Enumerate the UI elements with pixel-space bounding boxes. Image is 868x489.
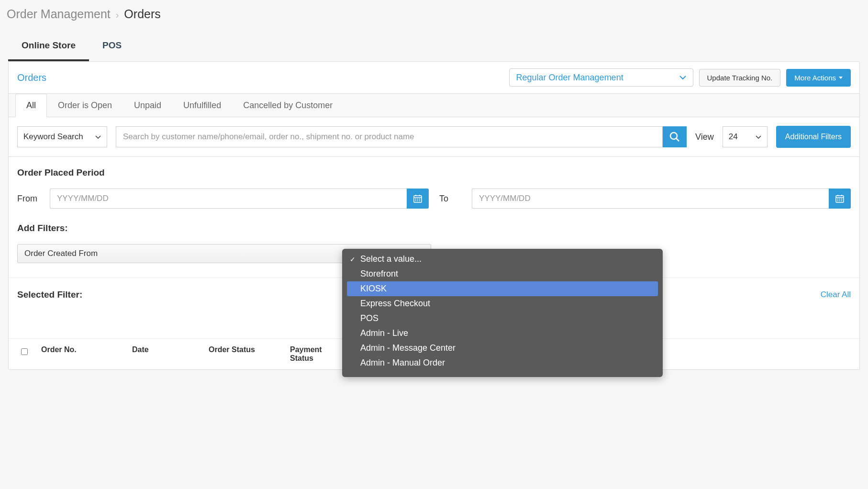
dropdown-item-select-value[interactable]: Select a value... (347, 252, 658, 267)
subtab-all[interactable]: All (15, 94, 47, 117)
view-select-value: 24 (729, 132, 738, 142)
to-label: To (439, 194, 461, 204)
filter-select-1-value: Order Created From (24, 249, 98, 258)
svg-rect-9 (415, 200, 416, 201)
dropdown-item-storefront[interactable]: Storefront (347, 267, 658, 281)
filter-value-dropdown: Select a value... Storefront KIOSK Expre… (342, 249, 663, 377)
subtab-unpaid[interactable]: Unpaid (123, 94, 172, 117)
from-date-group (50, 189, 429, 209)
search-input[interactable] (116, 126, 663, 147)
tab-pos[interactable]: POS (89, 31, 135, 61)
panel-header: Orders Regular Order Management Update T… (9, 62, 859, 94)
from-date-input[interactable] (50, 189, 407, 209)
caret-down-icon (839, 77, 843, 79)
svg-line-1 (676, 138, 679, 141)
to-date-group (472, 189, 851, 209)
svg-rect-17 (839, 199, 840, 200)
svg-rect-18 (841, 199, 842, 200)
svg-rect-10 (417, 200, 418, 201)
order-type-select-value: Regular Order Management (516, 73, 623, 83)
order-type-select[interactable]: Regular Order Management (509, 68, 693, 87)
additional-filters-button[interactable]: Additional Filters (776, 126, 851, 148)
dropdown-item-kiosk[interactable]: KIOSK (347, 281, 658, 296)
svg-rect-11 (419, 200, 420, 201)
svg-rect-20 (839, 200, 840, 201)
breadcrumb-parent[interactable]: Order Management (7, 7, 111, 21)
update-tracking-button[interactable]: Update Tracking No. (699, 69, 781, 87)
panel-actions: Regular Order Management Update Tracking… (509, 68, 851, 87)
dropdown-item-express-checkout[interactable]: Express Checkout (347, 296, 658, 311)
column-order-status: Order Status (209, 345, 280, 354)
breadcrumb: Order Management › Orders (0, 0, 868, 31)
column-date: Date (132, 345, 199, 354)
svg-rect-16 (837, 199, 838, 200)
select-all-column (17, 345, 32, 355)
keyword-select-value: Keyword Search (23, 132, 83, 142)
calendar-icon (413, 194, 423, 203)
to-date-input[interactable] (472, 189, 829, 209)
svg-rect-21 (841, 200, 842, 201)
orders-panel: Orders Regular Order Management Update T… (8, 61, 860, 370)
subtab-unfulfilled[interactable]: Unfulfilled (172, 94, 232, 117)
sub-tabs: All Order is Open Unpaid Unfulfilled Can… (9, 94, 859, 117)
svg-rect-7 (417, 199, 418, 200)
from-date-picker-button[interactable] (407, 189, 429, 209)
view-label: View (695, 132, 714, 142)
svg-rect-8 (419, 199, 420, 200)
select-all-checkbox[interactable] (21, 348, 28, 355)
calendar-icon (835, 194, 845, 203)
search-input-group (116, 126, 687, 147)
svg-rect-6 (415, 199, 416, 200)
chevron-down-icon (679, 76, 686, 79)
main-tabs: Online Store POS (8, 31, 860, 61)
tab-online-store[interactable]: Online Store (8, 31, 89, 61)
additional-filters-label: Additional Filters (785, 133, 842, 141)
chevron-down-icon (756, 135, 761, 139)
column-order-no: Order No. (41, 345, 122, 354)
filters-area: Order Placed Period From To (9, 157, 859, 278)
to-date-picker-button[interactable] (829, 189, 851, 209)
svg-rect-19 (837, 200, 838, 201)
dropdown-item-admin-manual-order[interactable]: Admin - Manual Order (347, 356, 658, 370)
chevron-down-icon (95, 135, 101, 139)
dropdown-item-pos[interactable]: POS (347, 311, 658, 326)
keyword-select[interactable]: Keyword Search (17, 126, 107, 147)
update-tracking-label: Update Tracking No. (707, 74, 773, 82)
date-row: From To (17, 189, 851, 209)
add-filters-label: Add Filters: (17, 223, 851, 233)
panel-title: Orders (17, 72, 46, 83)
period-title: Order Placed Period (17, 167, 851, 178)
selected-filter-label: Selected Filter: (17, 289, 82, 300)
breadcrumb-separator: › (116, 10, 119, 20)
dropdown-item-admin-message-center[interactable]: Admin - Message Center (347, 341, 658, 356)
more-actions-label: More Actions (794, 74, 836, 82)
breadcrumb-current: Orders (124, 7, 160, 21)
dropdown-item-admin-live[interactable]: Admin - Live (347, 326, 658, 341)
search-icon (669, 131, 680, 143)
subtab-cancelled[interactable]: Cancelled by Customer (232, 94, 344, 117)
column-payment-status: Payment Status (290, 345, 347, 363)
search-row: Keyword Search View 24 (9, 117, 859, 157)
clear-all-link[interactable]: Clear All (821, 290, 851, 300)
subtab-order-open[interactable]: Order is Open (47, 94, 123, 117)
view-select[interactable]: 24 (723, 126, 768, 147)
svg-point-0 (670, 133, 677, 139)
more-actions-button[interactable]: More Actions (786, 69, 851, 87)
search-button[interactable] (663, 126, 687, 147)
from-label: From (17, 194, 39, 204)
